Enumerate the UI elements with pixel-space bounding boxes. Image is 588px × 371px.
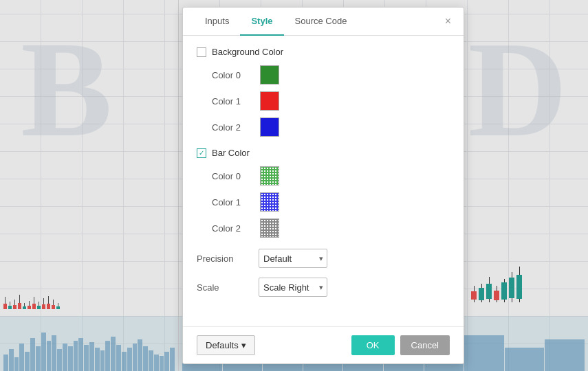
bar-color-2-swatch[interactable] (260, 218, 279, 238)
dialog-close-button[interactable]: × (441, 13, 455, 30)
defaults-arrow-icon: ▾ (241, 340, 246, 350)
defaults-label: Defaults (206, 340, 239, 350)
precision-field-row: Precision Default 0 1 2 3 4 5 (197, 249, 450, 268)
bg-color-row-0: Color 0 (197, 65, 450, 85)
bar-color-row-2: Color 2 (197, 218, 450, 238)
background-color-checkbox[interactable] (197, 47, 206, 57)
scale-select[interactable]: Scale Right Scale Left No Scale (259, 278, 327, 297)
precision-select[interactable]: Default 0 1 2 3 4 5 (259, 249, 327, 268)
bg-color-2-label: Color 2 (212, 122, 260, 133)
bg-color-2-swatch[interactable] (260, 117, 279, 137)
bar-color-0-swatch[interactable] (260, 166, 279, 186)
dialog-footer: Defaults ▾ OK Cancel (183, 326, 464, 363)
background-color-section: Background Color Color 0 Color 1 Color 2 (197, 47, 450, 137)
footer-actions: OK Cancel (351, 335, 450, 355)
tab-bar: Inputs Style Source Code × (183, 8, 464, 36)
tab-style[interactable]: Style (240, 8, 283, 36)
bg-color-row-1: Color 1 (197, 91, 450, 111)
ok-button[interactable]: OK (351, 335, 395, 355)
tab-source-code[interactable]: Source Code (284, 8, 358, 36)
bar-color-0-label: Color 0 (212, 171, 260, 181)
defaults-button[interactable]: Defaults ▾ (197, 335, 255, 355)
bar-color-1-label: Color 1 (212, 197, 260, 207)
bg-color-1-swatch[interactable] (260, 91, 279, 111)
background-color-header: Background Color (197, 47, 450, 57)
bg-color-0-label: Color 0 (212, 70, 260, 80)
bar-color-checkbox[interactable] (197, 148, 206, 158)
precision-label: Precision (197, 254, 259, 264)
bar-color-label: Bar Color (212, 148, 250, 158)
scale-select-wrapper: Scale Right Scale Left No Scale (259, 278, 327, 297)
bar-color-section: Bar Color Color 0 Color 1 Color 2 (197, 148, 450, 238)
dialog-body: Background Color Color 0 Color 1 Color 2… (183, 36, 464, 326)
bar-color-header: Bar Color (197, 148, 450, 158)
bar-color-row-0: Color 0 (197, 166, 450, 186)
bg-color-row-2: Color 2 (197, 117, 450, 137)
tab-inputs[interactable]: Inputs (194, 8, 240, 36)
bg-color-1-label: Color 1 (212, 96, 260, 106)
cancel-button[interactable]: Cancel (400, 335, 450, 355)
scale-field-row: Scale Scale Right Scale Left No Scale (197, 278, 450, 297)
bar-color-2-label: Color 2 (212, 223, 260, 234)
style-dialog: Inputs Style Source Code × Background Co… (182, 7, 464, 364)
bar-color-1-swatch[interactable] (260, 192, 279, 212)
bg-color-0-swatch[interactable] (260, 65, 279, 85)
scale-label: Scale (197, 282, 259, 293)
bar-color-row-1: Color 1 (197, 192, 450, 212)
precision-select-wrapper: Default 0 1 2 3 4 5 (259, 249, 327, 268)
background-color-label: Background Color (212, 47, 283, 57)
